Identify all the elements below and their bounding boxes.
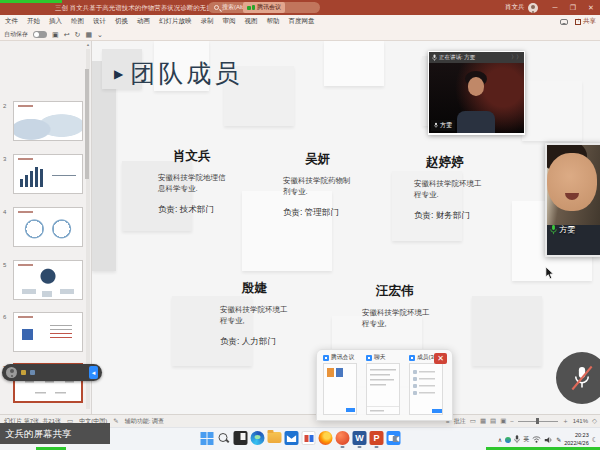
tab-animations[interactable]: 动画 (137, 17, 150, 26)
zoom-level[interactable]: 141% (573, 418, 588, 424)
search-icon (214, 5, 219, 10)
start-button-icon[interactable] (200, 431, 214, 445)
meeting-video-window-side[interactable]: 方雯 (545, 143, 600, 257)
preview-thumbnail[interactable] (323, 363, 357, 415)
member-role: 负责: 管理部门 (283, 207, 353, 219)
accessibility-status[interactable]: 辅助功能: 调查 (125, 417, 164, 426)
reading-view-icon[interactable]: ▤ (490, 417, 496, 425)
zoom-in-icon[interactable]: ＋ (562, 417, 569, 426)
member-block-5[interactable]: 汪宏伟 安徽科技学院环境工程专业, (362, 283, 432, 330)
meeting-video-window[interactable]: 正在讲话: 方雯 〉〉 方雯 (428, 51, 525, 135)
meeting-status-chip[interactable]: 腾讯会议 (243, 2, 285, 13)
minimize-button[interactable]: ─ (546, 0, 564, 15)
redo-icon[interactable]: ↻ (75, 28, 81, 41)
chat-window-icon (366, 355, 372, 361)
member-desc: 安徽科技学院环境工程专业, (362, 308, 432, 330)
wifi-icon[interactable] (532, 436, 541, 443)
save-icon[interactable]: ▣ (52, 28, 59, 41)
account-area[interactable]: 肖文兵 (505, 0, 538, 15)
tab-insert[interactable]: 插入 (49, 17, 62, 26)
tab-transitions[interactable]: 切换 (115, 17, 128, 26)
tencent-meeting-app-icon[interactable] (387, 431, 401, 445)
mail-app-icon[interactable] (285, 431, 299, 445)
file-explorer-icon[interactable] (268, 432, 282, 443)
notes-button[interactable]: 批注 (454, 417, 466, 426)
slide-sorter-icon[interactable]: ▦ (480, 417, 486, 425)
preview-window-meeting[interactable]: 腾讯会议 (323, 353, 357, 415)
tray-mic-icon[interactable] (514, 435, 520, 444)
autosave-toggle[interactable] (33, 31, 47, 38)
normal-view-icon[interactable]: ▭ (470, 417, 476, 425)
slide-thumbnail-4[interactable] (13, 207, 83, 247)
pen-icon[interactable]: ✎ (556, 436, 561, 443)
tab-review[interactable]: 审阅 (223, 17, 236, 26)
docs-app-icon[interactable] (302, 431, 316, 445)
edge-browser-icon[interactable] (251, 431, 265, 445)
scrollbar-up-arrow[interactable]: ▲ (85, 41, 91, 48)
tab-help[interactable]: 帮助 (267, 17, 280, 26)
fit-to-window-icon[interactable]: ◇ (592, 417, 597, 425)
preview-window-chat[interactable]: 聊天 (366, 353, 400, 415)
taskbar-preview-popup: 腾讯会议 聊天 成员(38) ✕ (316, 349, 453, 421)
tray-clock[interactable]: 20:23 2022/4/26 (564, 432, 588, 446)
screen-share-banner: 文兵的屏幕共享 (0, 423, 110, 444)
tray-security-icon[interactable] (505, 437, 511, 443)
tab-draw[interactable]: 绘图 (71, 17, 84, 26)
member-block-4[interactable]: 殷婕 安徽科技学院环境工程专业, 负责: 人力部门 (220, 280, 290, 348)
preview-thumbnail[interactable] (409, 363, 443, 415)
member-role: 负责: 技术部门 (158, 204, 228, 216)
slide-thumbnail-2[interactable] (13, 101, 83, 141)
thumbnail-preview (14, 208, 82, 246)
participant-name-badge: 方雯 (431, 120, 455, 131)
slide-thumbnail-3[interactable] (13, 154, 83, 194)
tab-view[interactable]: 视图 (245, 17, 258, 26)
tab-baidu-netdisk[interactable]: 百度网盘 (289, 17, 315, 26)
tab-record[interactable]: 录制 (201, 17, 214, 26)
unmute-button[interactable] (556, 352, 600, 404)
meeting-float-bar[interactable]: ◂ (2, 364, 102, 381)
window-controls: ─ ❐ ✕ (546, 0, 600, 15)
input-language[interactable]: 英 (523, 435, 529, 444)
scrollbar-thumb[interactable] (85, 69, 89, 179)
autosave-label: 自动保存 (4, 30, 28, 39)
member-role: 负责: 人力部门 (220, 336, 290, 348)
orange-app-icon[interactable] (336, 431, 350, 445)
share-button[interactable]: 共享 (575, 17, 596, 26)
member-block-2[interactable]: 吴妍 安徽科技学院药物制剂专业. 负责: 管理部门 (283, 151, 353, 219)
qat-dropdown-icon[interactable]: ⌄ (97, 28, 103, 41)
member-block-3[interactable]: 赵婷婷 安徽科技学院环境工程专业. 负责: 财务部门 (414, 154, 484, 222)
tab-design[interactable]: 设计 (93, 17, 106, 26)
slide-thumbnail-5[interactable] (13, 260, 83, 300)
zoom-out-icon[interactable]: − (510, 418, 514, 425)
tab-file[interactable]: 文件 (5, 17, 18, 26)
zoom-slider[interactable] (518, 421, 558, 422)
preview-thumbnail[interactable] (366, 363, 400, 415)
powerpoint-app-icon[interactable]: P (370, 431, 384, 445)
tab-home[interactable]: 开始 (27, 17, 40, 26)
panel-scrollbar[interactable] (86, 49, 90, 409)
focus-assist-icon[interactable]: ☾ (592, 436, 598, 444)
mic-icon (434, 122, 438, 129)
preview-close-button[interactable]: ✕ (434, 353, 447, 364)
slide-thumbnail-6[interactable] (13, 312, 83, 352)
tab-slideshow[interactable]: 幻灯片放映 (159, 17, 192, 26)
taskbar-search-icon[interactable] (217, 431, 231, 445)
member-block-1[interactable]: 肖文兵 安徽科技学院地理信息科学专业. 负责: 技术部门 (158, 148, 228, 216)
firefox-browser-icon[interactable] (319, 431, 333, 445)
notepad-app-icon[interactable] (234, 431, 248, 445)
mic-muted-icon (574, 367, 590, 389)
slide-title-block[interactable]: ▶ 团队成员 (114, 57, 242, 90)
close-button[interactable]: ✕ (582, 0, 600, 15)
tray-expand-icon[interactable]: ∧ (498, 436, 502, 443)
word-app-icon[interactable]: W (353, 431, 367, 445)
grid-icon[interactable]: ▦ (85, 28, 92, 41)
volume-icon[interactable] (544, 436, 553, 444)
comments-icon[interactable] (560, 19, 568, 25)
maximize-button[interactable]: ❐ (564, 0, 582, 15)
slide-number: 6 (3, 314, 11, 320)
slide-number: 4 (3, 209, 11, 215)
member-role: 负责: 财务部门 (414, 210, 484, 222)
slideshow-icon[interactable]: ▣ (500, 417, 506, 425)
collapse-chevron-icon[interactable]: ◂ (89, 366, 98, 379)
undo-icon[interactable]: ↩ (64, 28, 70, 41)
